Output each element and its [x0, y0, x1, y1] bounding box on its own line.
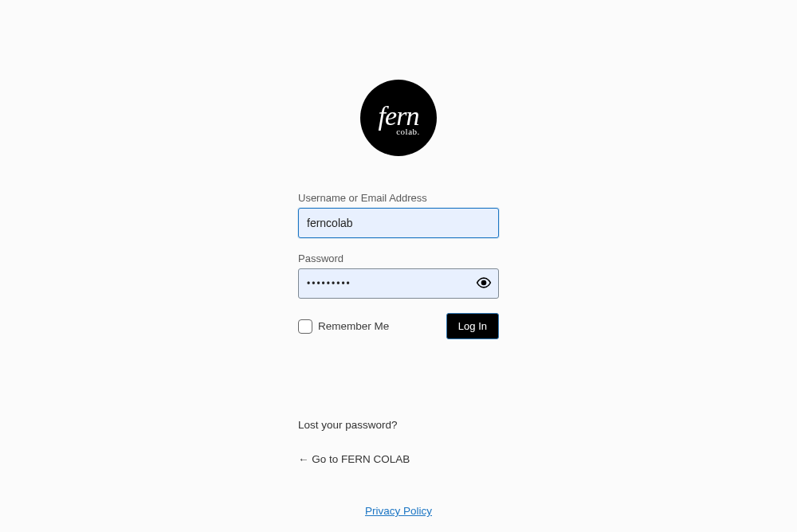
back-to-site-link[interactable]: ← Go to FERN COLAB [298, 453, 499, 465]
site-logo[interactable]: fern colab. [360, 80, 437, 156]
password-input-wrap [298, 268, 499, 299]
password-label: Password [298, 252, 499, 264]
remember-me-wrap: Remember Me [298, 319, 389, 334]
form-actions-row: Remember Me Log In [298, 313, 499, 339]
logo-main-text: fern [379, 103, 419, 130]
username-field-group: Username or Email Address [298, 192, 499, 238]
privacy-row: Privacy Policy [298, 503, 499, 518]
privacy-policy-link[interactable]: Privacy Policy [365, 505, 432, 517]
lost-password-link[interactable]: Lost your password? [298, 419, 499, 431]
remember-me-label: Remember Me [318, 320, 389, 332]
svg-point-0 [482, 280, 486, 284]
login-form: Username or Email Address Password Remem… [298, 192, 499, 339]
below-form-links: Lost your password? ← Go to FERN COLAB P… [298, 419, 499, 518]
login-button[interactable]: Log In [446, 313, 499, 339]
logo-circle: fern colab. [360, 80, 437, 156]
username-label: Username or Email Address [298, 192, 499, 204]
remember-me-checkbox[interactable] [298, 319, 312, 334]
password-field-group: Password [298, 252, 499, 299]
show-password-button[interactable] [469, 268, 499, 299]
logo-sub-text: colab. [396, 127, 420, 136]
eye-icon [476, 275, 492, 293]
username-input[interactable] [298, 208, 499, 238]
